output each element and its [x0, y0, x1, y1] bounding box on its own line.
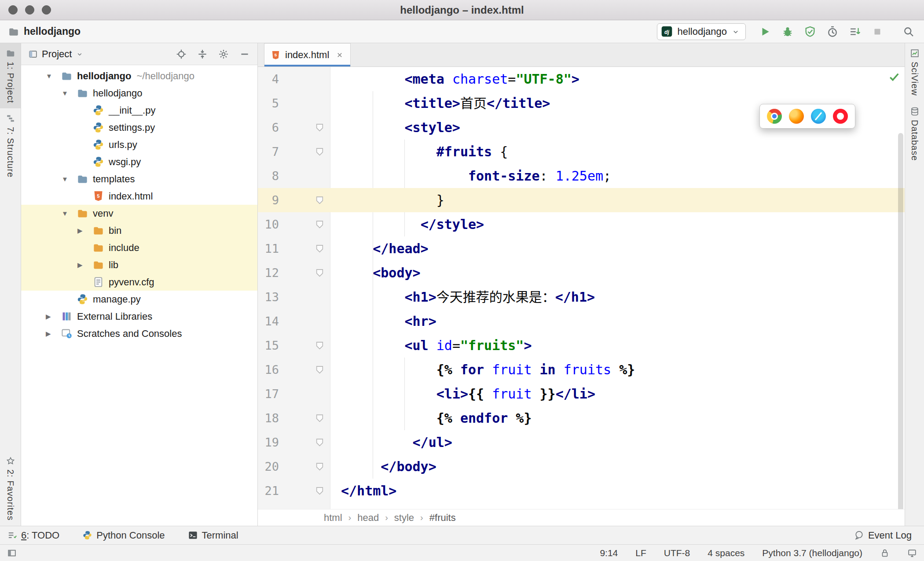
caret-position[interactable]: 9:14: [600, 548, 618, 558]
editor-line-9[interactable]: 9 }: [258, 188, 905, 212]
gutter-marker-icon[interactable]: [315, 413, 324, 423]
close-tab-icon[interactable]: [335, 51, 344, 59]
gutter-marker-icon[interactable]: [315, 147, 324, 156]
zoom-window-button[interactable]: [42, 5, 51, 15]
debug-button[interactable]: [780, 24, 795, 39]
chrome-icon[interactable]: [767, 109, 782, 124]
expanded-arrow-icon[interactable]: ▼: [43, 72, 61, 80]
tree-item-hellodjango[interactable]: ▼hellodjango: [21, 85, 257, 102]
collapsed-arrow-icon[interactable]: ▶: [75, 261, 92, 269]
collapsed-arrow-icon[interactable]: ▶: [75, 227, 92, 235]
gutter-marker-icon[interactable]: [315, 268, 324, 277]
gutter-marker-icon[interactable]: [315, 341, 324, 350]
tree-item-pyvenv-cfg[interactable]: pyvenv.cfg: [21, 273, 257, 291]
tree-item-urls-py[interactable]: urls.py: [21, 136, 257, 153]
chevron-down-icon[interactable]: [76, 50, 84, 58]
minimize-window-button[interactable]: [25, 5, 34, 15]
toolwindow-structure-button[interactable]: 7: Structure: [0, 108, 21, 183]
indent-style[interactable]: 4 spaces: [708, 548, 744, 558]
safari-icon[interactable]: [811, 109, 826, 124]
editor-line-19[interactable]: 19 </ul>: [258, 430, 905, 454]
project-view-selector[interactable]: Project: [42, 48, 72, 60]
collapsed-arrow-icon[interactable]: ▶: [43, 313, 61, 321]
line-separator[interactable]: LF: [635, 548, 646, 558]
gutter-marker-icon[interactable]: [315, 244, 324, 253]
tree-item-label: include: [109, 242, 139, 254]
tree-item-settings-py[interactable]: settings.py: [21, 119, 257, 136]
tree-item-init-py[interactable]: __init__.py: [21, 102, 257, 119]
editor-line-16[interactable]: 16 {% for fruit in fruits %}: [258, 358, 905, 382]
gutter-marker-icon[interactable]: [315, 220, 324, 229]
editor-line-7[interactable]: 7 #fruits {: [258, 140, 905, 164]
toolwindow-favorites-button[interactable]: 2: Favorites: [0, 451, 21, 526]
run-button[interactable]: [758, 24, 773, 39]
editor-line-12[interactable]: 12 <body>: [258, 261, 905, 285]
firefox-icon[interactable]: [789, 109, 804, 124]
editor-line-14[interactable]: 14 <hr>: [258, 309, 905, 333]
toolwindow-project-button[interactable]: 1: Project: [0, 43, 21, 108]
python-interpreter[interactable]: Python 3.7 (hellodjango): [762, 548, 862, 558]
select-opened-file-button[interactable]: [176, 48, 187, 60]
editor-line-13[interactable]: 13 <h1>今天推荐的水果是：</h1>: [258, 285, 905, 309]
collapsed-arrow-icon[interactable]: ▶: [43, 330, 61, 338]
editor-line-8[interactable]: 8 font-size: 1.25em;: [258, 164, 905, 188]
expanded-arrow-icon[interactable]: ▼: [59, 210, 77, 217]
editor-line-10[interactable]: 10 </style>: [258, 212, 905, 236]
tree-item-manage-py[interactable]: manage.py: [21, 291, 257, 308]
toolwindow-event-log-button[interactable]: Event Log: [854, 530, 912, 541]
breadcrumb-fruits[interactable]: #fruits: [429, 512, 456, 524]
toolwindow-database-button[interactable]: Database: [905, 101, 924, 166]
editor-body[interactable]: 4 <meta charset="UTF-8">5 <title>首页</tit…: [258, 67, 905, 509]
tree-item-index-html[interactable]: 5index.html: [21, 188, 257, 205]
hide-panel-button[interactable]: [239, 48, 250, 60]
toolwindow-todo-button[interactable]: 6: TODO: [7, 530, 59, 541]
editor-line-18[interactable]: 18 {% endfor %}: [258, 406, 905, 430]
tree-item-hellodjango[interactable]: ▼hellodjango~/hellodjango: [21, 67, 257, 85]
tree-item-bin[interactable]: ▶bin: [21, 222, 257, 239]
lock-icon[interactable]: [880, 548, 890, 558]
gutter-marker-icon[interactable]: [315, 123, 324, 132]
breadcrumb-html[interactable]: html: [324, 512, 342, 524]
collapse-all-button[interactable]: [197, 48, 208, 60]
notifications-icon[interactable]: [907, 548, 917, 558]
tree-item-wsgi-py[interactable]: wsgi.py: [21, 153, 257, 170]
gutter-marker-icon[interactable]: [315, 486, 324, 495]
toolwindow-terminal-button[interactable]: Terminal: [188, 530, 238, 541]
toolwindow-toggle-icon[interactable]: [7, 548, 17, 558]
gutter-marker-icon[interactable]: [315, 196, 324, 205]
editor-line-21[interactable]: 21</html>: [258, 479, 905, 503]
expanded-arrow-icon[interactable]: ▼: [59, 89, 77, 97]
toolwindow-python-console-button[interactable]: Python Console: [82, 530, 165, 541]
gutter-marker-icon[interactable]: [315, 365, 324, 374]
search-everywhere-button[interactable]: [901, 24, 916, 39]
file-encoding[interactable]: UTF-8: [664, 548, 690, 558]
close-window-button[interactable]: [8, 5, 18, 15]
gutter-marker-icon[interactable]: [315, 462, 324, 471]
toolwindow-sciview-button[interactable]: SciView: [905, 43, 924, 101]
tree-item-scratches-and-consoles[interactable]: ▶Scratches and Consoles: [21, 325, 257, 342]
tree-item-external-libraries[interactable]: ▶External Libraries: [21, 308, 257, 325]
run-configuration-selector[interactable]: dj hellodjango: [657, 23, 746, 40]
editor-line-20[interactable]: 20 </body>: [258, 454, 905, 479]
tree-item-templates[interactable]: ▼templates: [21, 170, 257, 188]
tree-item-lib[interactable]: ▶lib: [21, 256, 257, 273]
editor-scrollbar[interactable]: [898, 133, 903, 509]
tree-item-venv[interactable]: ▼venv: [21, 205, 257, 222]
tree-item-include[interactable]: include: [21, 239, 257, 256]
profile-button[interactable]: [825, 24, 840, 39]
editor-line-17[interactable]: 17 <li>{{ fruit }}</li>: [258, 382, 905, 406]
gutter-marker-icon[interactable]: [315, 438, 324, 447]
tab-index-html[interactable]: 5 index.html: [264, 43, 351, 66]
editor-line-15[interactable]: 15 <ul id="fruits">: [258, 333, 905, 358]
run-with-coverage-button[interactable]: [803, 24, 818, 39]
expanded-arrow-icon[interactable]: ▼: [59, 175, 77, 183]
inspections-ok-icon[interactable]: [888, 70, 900, 83]
gear-icon[interactable]: [218, 48, 229, 60]
stop-button[interactable]: [870, 24, 885, 39]
editor-line-4[interactable]: 4 <meta charset="UTF-8">: [258, 67, 905, 91]
opera-icon[interactable]: [833, 109, 848, 124]
breadcrumb-style[interactable]: style: [394, 512, 414, 524]
breadcrumb-head[interactable]: head: [357, 512, 379, 524]
concurrency-diagram-button[interactable]: [847, 24, 862, 39]
editor-line-11[interactable]: 11 </head>: [258, 236, 905, 261]
